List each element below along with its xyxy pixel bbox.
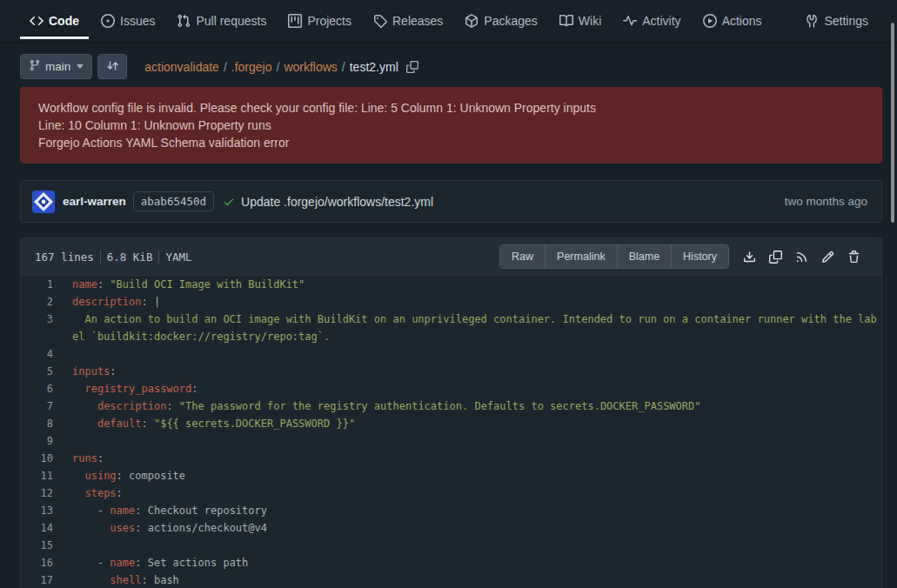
book-icon — [559, 14, 573, 28]
latest-commit-bar: earl-warren abab65450d Update .forgejo/w… — [20, 180, 882, 223]
line-number[interactable]: 6 — [21, 380, 72, 398]
delete-icon[interactable] — [840, 244, 867, 269]
package-icon — [465, 14, 479, 28]
copy-icon[interactable] — [762, 244, 788, 269]
git-compare-icon — [106, 59, 119, 75]
commit-author[interactable]: earl-warren — [63, 195, 126, 208]
code-text — [72, 345, 881, 363]
raw-button[interactable]: Raw — [500, 245, 546, 268]
code-icon — [30, 14, 44, 28]
line-number[interactable]: 13 — [21, 502, 72, 519]
line-number[interactable]: 4 — [21, 345, 72, 363]
file-language: YAML — [165, 251, 191, 264]
file-lines-count: 167 lines — [35, 251, 94, 264]
rss-icon[interactable] — [788, 244, 814, 269]
line-number[interactable]: 1 — [21, 276, 72, 293]
line-number[interactable]: 5 — [21, 363, 72, 380]
code-text: uses: actions/checkout@v4 — [72, 519, 881, 537]
chevron-down-icon — [77, 64, 84, 69]
code-text: name: "Build OCI Image with BuildKit" — [72, 276, 881, 293]
git-branch-icon — [29, 59, 41, 74]
edit-icon[interactable] — [814, 244, 840, 269]
code-line: 1name: "Build OCI Image with BuildKit" — [21, 276, 881, 293]
tab-projects[interactable]: Projects — [278, 0, 361, 42]
commit-message[interactable]: Update .forgejo/workflows/test2.yml — [241, 195, 433, 209]
code-text: description: "The password for the regis… — [72, 398, 881, 415]
branch-selector[interactable]: main — [20, 54, 92, 79]
code-text: using: composite — [72, 467, 881, 484]
line-number[interactable]: 17 — [21, 571, 72, 588]
tab-label: Wiki — [579, 14, 601, 28]
line-number[interactable]: 15 — [21, 537, 72, 554]
code-line: 4 — [21, 345, 881, 363]
commit-time: two months ago — [785, 195, 867, 208]
tab-settings[interactable]: Settings — [795, 0, 878, 42]
code-line: 2description: | — [21, 293, 881, 311]
pulse-icon — [623, 14, 637, 28]
line-number[interactable]: 3 — [21, 311, 72, 345]
tag-icon — [373, 14, 387, 28]
history-button[interactable]: History — [672, 245, 728, 268]
code-text — [72, 432, 881, 450]
line-number[interactable]: 16 — [21, 554, 72, 571]
line-number[interactable]: 8 — [21, 415, 72, 432]
tab-label: Actions — [722, 14, 762, 28]
tab-code[interactable]: Code — [20, 0, 89, 42]
tab-issues[interactable]: Issues — [91, 0, 164, 42]
file-action-icons — [736, 244, 867, 269]
code-line: 13 - name: Checkout repository — [21, 502, 881, 519]
line-number[interactable]: 10 — [21, 450, 72, 467]
line-number[interactable]: 12 — [21, 484, 72, 502]
code-text: steps: — [72, 484, 881, 502]
tab-releases[interactable]: Releases — [364, 0, 452, 42]
file-content: 1name: "Build OCI Image with BuildKit"2d… — [21, 276, 881, 588]
line-number[interactable]: 11 — [21, 467, 72, 484]
breadcrumb-link[interactable]: actionvalidate — [144, 60, 219, 74]
code-line: 3 An action to build an OCI image with B… — [21, 311, 881, 345]
code-text: shell: bash — [72, 571, 881, 588]
scrollbar-thumb[interactable] — [891, 23, 894, 223]
error-banner: Workflow config file is invalid. Please … — [20, 87, 882, 164]
code-line: 7 description: "The password for the reg… — [21, 398, 881, 415]
permalink-button[interactable]: Permalink — [546, 245, 618, 268]
line-number[interactable]: 14 — [21, 519, 72, 537]
code-line: 15 — [21, 537, 881, 554]
line-number[interactable]: 2 — [21, 293, 72, 311]
line-number[interactable]: 7 — [21, 398, 72, 415]
tab-actions[interactable]: Actions — [693, 0, 772, 42]
commit-sha[interactable]: abab65450d — [133, 191, 214, 211]
file-header: 167 lines 6.8 KiB YAML RawPermalinkBlame… — [21, 238, 881, 276]
blame-button[interactable]: Blame — [618, 245, 672, 268]
code-line: 16 - name: Set actions path — [21, 554, 881, 571]
code-line: 10runs: — [21, 450, 881, 467]
pull-request-icon — [177, 14, 191, 28]
tab-packages[interactable]: Packages — [455, 0, 546, 42]
tab-label: Projects — [307, 14, 351, 28]
tab-activity[interactable]: Activity — [613, 0, 690, 42]
code-text: An action to build an OCI image with Bui… — [72, 311, 881, 345]
breadcrumb-separator: / — [342, 60, 345, 74]
code-line: 17 shell: bash — [21, 571, 881, 588]
file-view-buttons: RawPermalinkBlameHistory — [499, 244, 729, 269]
code-line: 12 steps: — [21, 484, 881, 502]
tab-wiki[interactable]: Wiki — [550, 0, 611, 42]
settings-icon — [805, 14, 819, 28]
error-banner-line: Forgejo Actions YAML Schema validation e… — [38, 134, 864, 151]
tab-label: Releases — [392, 14, 443, 28]
project-icon — [288, 14, 302, 28]
branch-name: main — [45, 60, 70, 73]
compare-button[interactable] — [97, 54, 127, 79]
code-text: - name: Set actions path — [72, 554, 881, 571]
code-text: registry_password: — [72, 380, 881, 398]
tab-label: Issues — [120, 14, 155, 28]
copy-path-button[interactable] — [406, 61, 418, 73]
line-number[interactable]: 9 — [21, 432, 72, 450]
breadcrumb-link[interactable]: .forgejo — [231, 60, 272, 74]
tab-label: Pull requests — [196, 14, 266, 28]
issues-icon — [101, 14, 115, 28]
commit-status-check-icon[interactable] — [223, 196, 235, 208]
tab-pull-requests[interactable]: Pull requests — [167, 0, 276, 42]
avatar[interactable] — [32, 190, 55, 213]
breadcrumb-link[interactable]: workflows — [284, 60, 337, 74]
download-icon[interactable] — [736, 244, 762, 269]
